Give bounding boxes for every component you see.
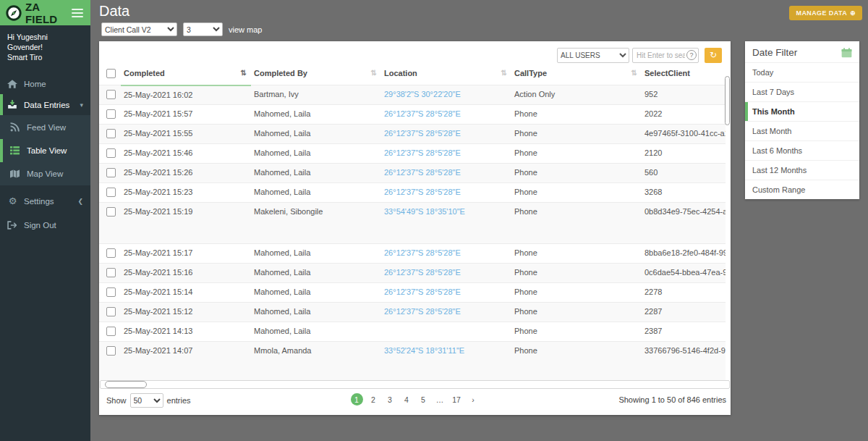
page-button[interactable]: 3 <box>384 393 396 406</box>
next-page-button[interactable]: › <box>467 393 480 406</box>
location-link[interactable]: 26°12'37"S 28°5'28"E <box>384 129 461 138</box>
row-checkbox[interactable] <box>106 346 116 356</box>
row-checkbox[interactable] <box>106 268 116 277</box>
location-link[interactable]: 26°12'37"S 28°5'28"E <box>384 307 461 316</box>
column-header-selectclient[interactable]: SelectClient <box>642 64 726 85</box>
horizontal-scrollbar[interactable] <box>100 380 730 389</box>
location-link[interactable]: 33°52'24"S 18°31'11"E <box>384 346 464 355</box>
completed-cell: 25-May-2021 15:46 <box>121 144 251 164</box>
calltype-cell: Phone <box>511 303 642 322</box>
selectclient-cell: 2120 <box>642 144 726 164</box>
date-filter-option[interactable]: Today <box>745 62 859 82</box>
row-checkbox[interactable] <box>106 109 116 119</box>
date-filter-option[interactable]: Last 7 Days <box>745 82 859 101</box>
location-cell: 26°12'37"S 28°5'28"E <box>381 303 511 322</box>
page-button[interactable]: 17 <box>451 393 463 406</box>
search-wrap: ? <box>632 48 699 63</box>
refresh-button[interactable]: ↻ <box>705 48 722 63</box>
column-header-location[interactable]: Location ⇅ <box>381 64 511 85</box>
row-checkbox[interactable] <box>106 129 116 138</box>
completed-cell: 25-May-2021 14:07 <box>121 342 251 381</box>
view-map-link[interactable]: view map <box>229 25 262 34</box>
row-checkbox[interactable] <box>106 90 116 99</box>
table-clip: Completed ⇅ Completed By ⇅ Location ⇅ Ca… <box>99 64 726 380</box>
question-circle-icon[interactable]: ? <box>686 50 697 60</box>
sidebar-item-label: Data Entries <box>24 101 69 109</box>
table-row: 25-May-2021 15:14Mahomed, Laila26°12'37"… <box>99 283 726 303</box>
count-select[interactable]: 3 <box>183 22 223 36</box>
manage-data-button[interactable]: MANAGE DATA ⊕ <box>789 6 862 20</box>
row-checkbox[interactable] <box>106 188 116 197</box>
row-checkbox-cell <box>99 303 121 322</box>
select-all-checkbox[interactable] <box>106 69 116 78</box>
sidebar-item-sign-out[interactable]: Sign Out <box>0 215 90 235</box>
table-header-row: Completed ⇅ Completed By ⇅ Location ⇅ Ca… <box>99 64 726 85</box>
users-filter-select[interactable]: ALL USERS <box>557 48 629 63</box>
completed-cell: 25-May-2021 15:12 <box>121 303 251 322</box>
sort-icon[interactable]: ⇅ <box>631 69 637 77</box>
horizontal-scrollbar-thumb[interactable] <box>105 381 147 388</box>
row-checkbox[interactable] <box>106 207 116 217</box>
sidebar-item-table-view[interactable]: Table View <box>0 139 90 162</box>
location-link[interactable]: 26°12'37"S 28°5'28"E <box>384 268 461 277</box>
row-checkbox-cell <box>99 105 121 125</box>
table-row: 25-May-2021 15:46Mahomed, Laila26°12'37"… <box>99 144 726 164</box>
location-link[interactable]: 26°12'37"S 28°5'28"E <box>384 287 461 296</box>
form-select[interactable]: Client Call V2 <box>101 22 177 36</box>
date-filter-option[interactable]: This Month <box>745 101 859 121</box>
location-link[interactable]: 26°12'37"S 28°5'28"E <box>384 248 461 257</box>
selectclient-cell: 2387 <box>642 322 726 342</box>
row-checkbox[interactable] <box>106 248 116 258</box>
row-checkbox[interactable] <box>106 148 116 158</box>
sidebar-item-settings[interactable]: ⚙ Settings ❮ <box>0 190 90 212</box>
row-checkbox[interactable] <box>106 168 116 177</box>
completed-by-cell: Mahomed, Laila <box>251 183 381 203</box>
sort-icon[interactable]: ⇅ <box>241 69 247 77</box>
column-header-completed[interactable]: Completed ⇅ <box>121 64 251 85</box>
location-link[interactable]: 26°12'37"S 28°5'28"E <box>384 188 461 196</box>
vertical-scrollbar[interactable] <box>725 76 730 163</box>
table-row: 25-May-2021 14:07Mmola, Amanda33°52'24"S… <box>99 342 726 381</box>
sort-icon[interactable]: ⇅ <box>371 69 377 77</box>
date-filter-option[interactable]: Last 6 Months <box>745 140 859 160</box>
date-filter-title: Date Filter <box>752 47 797 58</box>
settings-gear-icon: ⚙ <box>7 196 18 206</box>
row-checkbox[interactable] <box>106 287 116 297</box>
table-row: 25-May-2021 15:19Makeleni, Sibongile33°5… <box>99 203 726 244</box>
location-link[interactable]: 33°54'49"S 18°35'10"E <box>384 207 465 216</box>
brand-name: ZA FIELD <box>25 1 67 25</box>
location-link[interactable]: 26°12'37"S 28°5'28"E <box>384 109 461 118</box>
vertical-scrollbar-thumb[interactable] <box>725 76 730 125</box>
user-greeting: Hi Yugeshni Govender! Smart Tiro <box>0 25 90 70</box>
location-link[interactable]: 26°12'37"S 28°5'28"E <box>384 168 461 177</box>
date-filter-option[interactable]: Last Month <box>745 121 859 140</box>
location-link[interactable]: 29°38'2"S 30°22'20"E <box>384 90 461 98</box>
selectclient-cell: 2287 <box>642 303 726 322</box>
sidebar-item-feed-view[interactable]: Feed View <box>0 115 90 139</box>
row-checkbox[interactable] <box>106 327 116 336</box>
selectclient-cell: 0c6dae54-bbea-47ea-9cc4-a97 <box>642 264 726 283</box>
row-checkbox-cell <box>99 125 121 144</box>
location-link[interactable]: 26°12'37"S 28°5'28"E <box>384 148 461 157</box>
sidebar-item-home[interactable]: Home <box>0 74 90 94</box>
sort-icon[interactable]: ⇅ <box>501 69 507 77</box>
calltype-cell: Phone <box>511 244 642 264</box>
page-button-active[interactable]: 1 <box>351 393 363 406</box>
selectclient-cell: 952 <box>642 85 726 105</box>
page-button[interactable]: 4 <box>401 393 413 406</box>
page-button[interactable]: … <box>434 393 446 406</box>
date-filter-option[interactable]: Custom Range <box>745 180 859 199</box>
column-header-calltype[interactable]: CallType ⇅ <box>511 64 642 85</box>
hamburger-icon[interactable] <box>70 7 85 19</box>
page-button[interactable]: 2 <box>367 393 380 406</box>
completed-by-cell: Bartman, Ivy <box>251 85 381 105</box>
page-button[interactable]: 5 <box>417 393 430 406</box>
row-checkbox[interactable] <box>106 307 116 316</box>
sidebar-item-data-entries[interactable]: Data Entries ▾ <box>0 94 90 115</box>
column-header-completed-by[interactable]: Completed By ⇅ <box>251 64 381 85</box>
date-filter-option[interactable]: Last 12 Months <box>745 160 859 180</box>
table-row: 25-May-2021 15:23Mahomed, Laila26°12'37"… <box>99 183 726 203</box>
row-checkbox-cell <box>99 85 121 105</box>
sidebar-item-map-view[interactable]: Map View <box>0 162 90 185</box>
completed-by-cell: Mahomed, Laila <box>251 283 381 303</box>
